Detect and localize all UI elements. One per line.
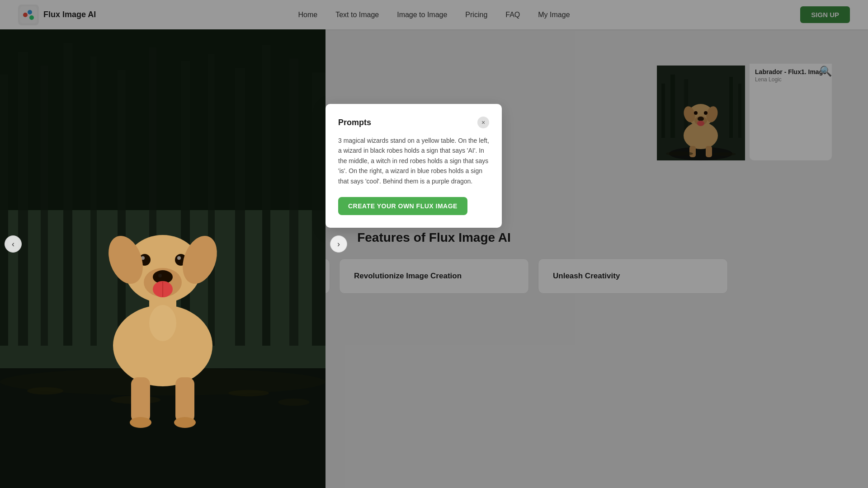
svg-point-44 bbox=[278, 399, 310, 406]
svg-point-63 bbox=[149, 305, 176, 341]
svg-rect-37 bbox=[289, 59, 298, 346]
lightbox-image bbox=[0, 29, 326, 488]
svg-rect-60 bbox=[175, 377, 194, 422]
modal-header: Prompts × bbox=[338, 117, 489, 128]
image-lightbox bbox=[0, 29, 326, 488]
modal-cta-button[interactable]: CREATE YOUR OWN FLUX IMAGE bbox=[338, 197, 467, 215]
svg-rect-33 bbox=[181, 61, 190, 346]
svg-point-62 bbox=[174, 417, 196, 428]
svg-rect-26 bbox=[0, 75, 8, 346]
modal-title: Prompts bbox=[338, 118, 371, 127]
svg-rect-28 bbox=[41, 66, 48, 346]
svg-rect-25 bbox=[0, 29, 326, 210]
svg-point-43 bbox=[228, 390, 269, 396]
svg-point-50 bbox=[158, 274, 162, 277]
svg-point-54 bbox=[177, 256, 181, 260]
svg-rect-31 bbox=[118, 70, 126, 346]
svg-rect-35 bbox=[235, 68, 245, 346]
prompts-modal: Prompts × 3 magical wizards stand on a y… bbox=[326, 104, 502, 228]
svg-rect-38 bbox=[312, 72, 326, 346]
svg-rect-27 bbox=[18, 52, 28, 346]
svg-point-41 bbox=[27, 387, 63, 394]
modal-close-button[interactable]: × bbox=[477, 117, 489, 128]
svg-rect-29 bbox=[63, 43, 72, 346]
svg-rect-30 bbox=[90, 56, 97, 346]
svg-rect-34 bbox=[208, 54, 215, 346]
lightbox-svg bbox=[0, 29, 326, 488]
lightbox-next-button[interactable]: › bbox=[330, 235, 347, 253]
svg-point-61 bbox=[130, 417, 151, 428]
lightbox-prev-button[interactable]: ‹ bbox=[5, 235, 22, 253]
modal-prompt-text: 3 magical wizards stand on a yellow tabl… bbox=[338, 136, 489, 186]
svg-rect-36 bbox=[262, 45, 270, 346]
svg-rect-59 bbox=[131, 377, 150, 422]
